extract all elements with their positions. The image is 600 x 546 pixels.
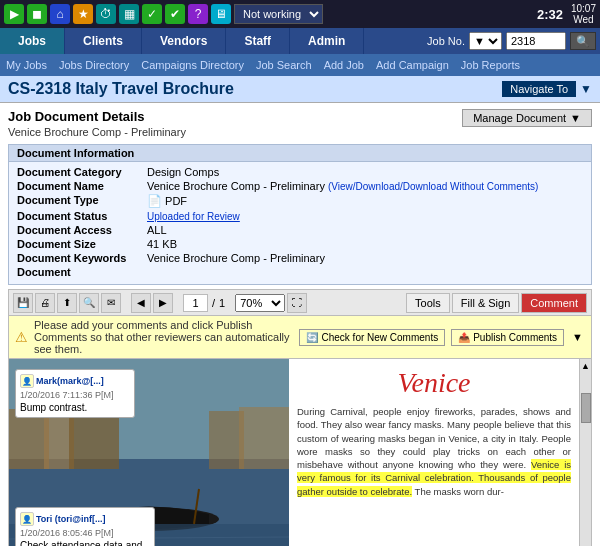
doc-label-keywords: Document Keywords xyxy=(17,252,147,264)
status-select[interactable]: Not working xyxy=(234,4,323,24)
nav-tabs: Jobs Clients Vendors Staff Admin Job No.… xyxy=(0,28,600,54)
tab-staff[interactable]: Staff xyxy=(226,28,290,54)
content-area: Job Document Details Venice Brochure Com… xyxy=(0,103,600,546)
subnav-job-reports[interactable]: Job Reports xyxy=(461,59,520,71)
pdf-save-icon[interactable]: 💾 xyxy=(13,293,33,313)
tab-admin[interactable]: Admin xyxy=(290,28,364,54)
author-name-2: Tori (tori@inf[...] xyxy=(36,514,106,524)
doc-value-name: Venice Brochure Comp - Preliminary (View… xyxy=(147,180,538,192)
subsection-title: Venice Brochure Comp - Preliminary xyxy=(8,126,186,138)
doc-value-category: Design Comps xyxy=(147,166,219,178)
doc-value-access: ALL xyxy=(147,224,167,236)
subnav-jobs-directory[interactable]: Jobs Directory xyxy=(59,59,129,71)
doc-label-document: Document xyxy=(17,266,147,278)
doc-label-category: Document Category xyxy=(17,166,147,178)
document-status-link[interactable]: Uploaded for Review xyxy=(147,211,240,222)
pdf-page-input[interactable] xyxy=(183,294,208,312)
pdf-fit-icon[interactable]: ⛶ xyxy=(287,293,307,313)
doc-label-type: Document Type xyxy=(17,194,147,208)
doc-label-status: Document Status xyxy=(17,210,147,222)
scroll-up-icon[interactable]: ▲ xyxy=(579,359,592,373)
doc-value-size: 41 KB xyxy=(147,238,177,250)
svg-rect-2 xyxy=(9,409,49,469)
tab-vendors[interactable]: Vendors xyxy=(142,28,226,54)
document-download-link[interactable]: (View/Download/Download Without Comments… xyxy=(328,181,538,192)
time-display: 2:32 10:07 Wed xyxy=(537,3,596,25)
gondola-image: 👤 Mark(mark@[...] 1/20/2016 7:11:36 P[M]… xyxy=(9,359,289,546)
pdf-zoom-select[interactable]: 70%50%100%150% xyxy=(235,294,285,312)
pdf-left-panel: 👤 Mark(mark@[...] 1/20/2016 7:11:36 P[M]… xyxy=(9,359,289,546)
page-header: CS-2318 Italy Travel Brochure Navigate T… xyxy=(0,76,600,103)
pdf-content: 👤 Mark(mark@[...] 1/20/2016 7:11:36 P[M]… xyxy=(8,358,592,546)
pdf-fill-sign-button[interactable]: Fill & Sign xyxy=(452,293,520,313)
pdf-toolbar: 💾 🖨 ⬆ 🔍 ✉ ◀ ▶ / 1 70%50%100%150% ⛶ Tools… xyxy=(8,289,592,315)
publish-comments-button[interactable]: 📤 Publish Comments xyxy=(451,329,564,346)
play-icon[interactable]: ▶ xyxy=(4,4,24,24)
doc-value-status: Uploaded for Review xyxy=(147,210,240,222)
pdf-right-panel: Venice During Carnival, people enjoy fir… xyxy=(289,359,579,546)
subnav-campaigns-directory[interactable]: Campaigns Directory xyxy=(141,59,244,71)
pdf-comment-button[interactable]: Comment xyxy=(521,293,587,313)
manage-document-button[interactable]: Manage Document ▼ xyxy=(462,109,592,127)
doc-value-keywords: Venice Brochure Comp - Preliminary xyxy=(147,252,325,264)
subnav-job-search[interactable]: Job Search xyxy=(256,59,312,71)
pdf-scrollbar[interactable]: ▲ ▼ xyxy=(579,359,591,546)
pdf-print-icon[interactable]: 🖨 xyxy=(35,293,55,313)
subnav-my-jobs[interactable]: My Jobs xyxy=(6,59,47,71)
pdf-tools-button[interactable]: Tools xyxy=(406,293,450,313)
pdf-email-icon[interactable]: ✉ xyxy=(101,293,121,313)
manage-document-label: Manage Document xyxy=(473,112,566,124)
stop-icon[interactable]: ◼ xyxy=(27,4,47,24)
scroll-thumb[interactable] xyxy=(581,393,591,423)
job-search-button[interactable]: 🔍 xyxy=(570,32,596,50)
checkmark2-icon[interactable]: ✔ xyxy=(165,4,185,24)
doc-info-title: Document Information xyxy=(9,145,591,162)
pdf-tools-area: Tools Fill & Sign Comment xyxy=(406,293,587,313)
job-no-dropdown[interactable]: ▼ xyxy=(469,32,502,50)
doc-row-size: Document Size 41 KB xyxy=(17,238,583,250)
warning-icon: ⚠ xyxy=(15,329,28,345)
navigate-to-area: Navigate To ▼ xyxy=(502,81,592,97)
subnav-add-job[interactable]: Add Job xyxy=(324,59,364,71)
comment-bar-text: Please add your comments and click Publi… xyxy=(34,319,293,355)
question-icon[interactable]: ? xyxy=(188,4,208,24)
home-icon[interactable]: ⌂ xyxy=(50,4,70,24)
doc-row-keywords: Document Keywords Venice Brochure Comp -… xyxy=(17,252,583,264)
doc-row-status: Document Status Uploaded for Review xyxy=(17,210,583,222)
tab-jobs[interactable]: Jobs xyxy=(0,28,65,54)
comment-text-1: Bump contrast. xyxy=(20,402,130,413)
doc-row-document: Document xyxy=(17,266,583,278)
comment-author-1: 👤 Mark(mark@[...] xyxy=(20,374,130,388)
pdf-next-icon[interactable]: ▶ xyxy=(153,293,173,313)
star-icon[interactable]: ★ xyxy=(73,4,93,24)
grid-icon[interactable]: ▦ xyxy=(119,4,139,24)
monitor-icon[interactable]: 🖥 xyxy=(211,4,231,24)
pdf-page-sep: / xyxy=(210,297,217,309)
svg-rect-5 xyxy=(209,411,244,469)
chevron-down-icon[interactable]: ▼ xyxy=(580,82,592,96)
pdf-menu-icon[interactable]: ▼ xyxy=(570,329,585,345)
doc-row-type: Document Type 📄 PDF xyxy=(17,194,583,208)
pdf-total-pages: 1 xyxy=(219,297,225,309)
comment-bubble-2[interactable]: 👤 Tori (tori@inf[...] 1/20/2016 8:05:46 … xyxy=(15,507,155,546)
pdf-upload-icon[interactable]: ⬆ xyxy=(57,293,77,313)
tab-clients[interactable]: Clients xyxy=(65,28,142,54)
doc-row-category: Document Category Design Comps xyxy=(17,166,583,178)
job-no-label: Job No. xyxy=(427,35,465,47)
pdf-prev-icon[interactable]: ◀ xyxy=(131,293,151,313)
job-no-input[interactable] xyxy=(506,32,566,50)
checkmark-icon[interactable]: ✓ xyxy=(142,4,162,24)
top-toolbar: ▶ ◼ ⌂ ★ ⏱ ▦ ✓ ✔ ? 🖥 Not working 2:32 10:… xyxy=(0,0,600,28)
doc-label-access: Document Access xyxy=(17,224,147,236)
subnav-add-campaign[interactable]: Add Campaign xyxy=(376,59,449,71)
doc-label-name: Document Name xyxy=(17,180,147,192)
pdf-search-icon[interactable]: 🔍 xyxy=(79,293,99,313)
author-name-1: Mark(mark@[...] xyxy=(36,376,104,386)
comment-bubble-1[interactable]: 👤 Mark(mark@[...] 1/20/2016 7:11:36 P[M]… xyxy=(15,369,135,418)
clock-icon[interactable]: ⏱ xyxy=(96,4,116,24)
doc-label-size: Document Size xyxy=(17,238,147,250)
comment-date-1: 1/20/2016 7:11:36 P[M] xyxy=(20,390,130,400)
navigate-to-label[interactable]: Navigate To xyxy=(502,81,576,97)
comment-date-2: 1/20/2016 8:05:46 P[M] xyxy=(20,528,150,538)
check-comments-button[interactable]: 🔄 Check for New Comments xyxy=(299,329,445,346)
